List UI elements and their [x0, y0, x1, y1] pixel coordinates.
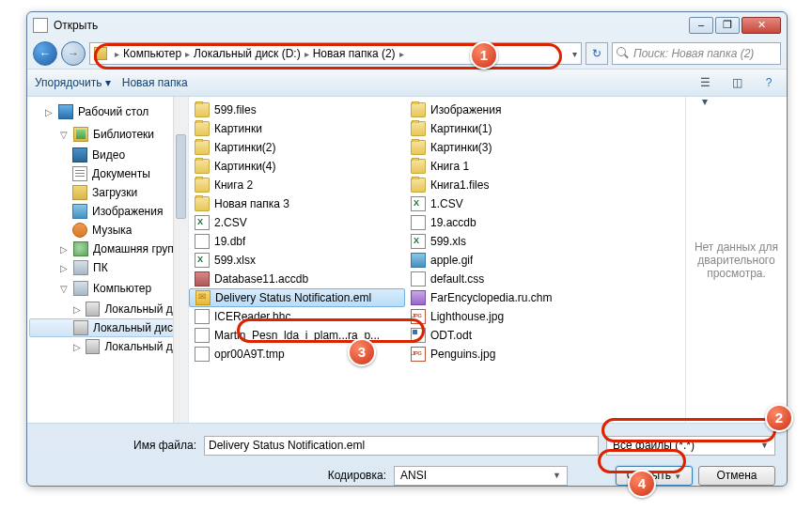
file-item[interactable]: Картинки	[189, 119, 405, 138]
nav-video[interactable]: Видео	[27, 146, 188, 164]
bottom-panel: Имя файла: Все файлы (*.*)▼ Кодировка: A…	[27, 424, 787, 501]
folder-icon	[195, 121, 210, 136]
nav-local-disk-3[interactable]: ▷Локальный дис...	[27, 337, 188, 356]
filetype-filter[interactable]: Все файлы (*.*)▼	[606, 436, 775, 456]
callout-3: 3	[348, 338, 376, 366]
view-options-button[interactable]: ☰ ▾	[695, 72, 715, 93]
nav-local-disk-2[interactable]: Локальный дис...	[29, 318, 186, 337]
search-icon	[617, 47, 630, 60]
file-item[interactable]: 19.accdb	[405, 213, 621, 232]
folder-icon	[411, 159, 426, 174]
computer-icon	[73, 281, 88, 296]
breadcrumb-folder[interactable]: Новая папка (2)	[313, 47, 396, 60]
callout-4: 4	[628, 470, 656, 498]
file-item[interactable]: Delivery Status Notification.eml	[189, 288, 405, 307]
encoding-select[interactable]: ANSI▼	[394, 466, 568, 486]
file-item[interactable]: 599.xls	[405, 232, 621, 251]
nav-images[interactable]: Изображения	[27, 202, 188, 221]
help-button[interactable]: ?	[758, 72, 779, 93]
video-icon	[72, 147, 87, 163]
nav-computer[interactable]: ▽Компьютер	[27, 277, 188, 300]
file-item[interactable]: 599.xlsx	[189, 251, 405, 270]
toolbar: Упорядочить ▾ Новая папка ☰ ▾ ◫ ?	[27, 69, 787, 97]
file-item[interactable]: Картинки(4)	[189, 157, 405, 176]
callout-1: 1	[470, 41, 498, 70]
file-item[interactable]: 2.CSV	[189, 213, 405, 232]
nav-scrollbar[interactable]	[173, 97, 188, 423]
app-icon	[33, 18, 48, 33]
homegroup-icon	[73, 241, 88, 256]
nav-bar: ← → ▸ Компьютер ▸ Локальный диск (D:) ▸ …	[27, 39, 787, 69]
nav-pane: ▷Рабочий стол ▽Библиотеки Видео Документ…	[27, 97, 189, 423]
folder-icon	[195, 102, 210, 117]
eml-icon	[195, 290, 211, 305]
file-item[interactable]: Картинки(2)	[189, 138, 405, 157]
nav-downloads[interactable]: Загрузки	[27, 183, 188, 202]
file-item[interactable]: Penguins.jpg	[405, 345, 621, 364]
refresh-button[interactable]: ↻	[586, 42, 608, 65]
file-item[interactable]: Картинки(1)	[405, 119, 621, 138]
new-folder-button[interactable]: Новая папка	[122, 76, 188, 89]
nav-desktop[interactable]: ▷Рабочий стол	[27, 101, 188, 123]
breadcrumb[interactable]: ▸ Компьютер ▸ Локальный диск (D:) ▸ Нова…	[89, 42, 582, 65]
nav-libraries[interactable]: ▽Библиотеки	[27, 123, 188, 146]
hdd-icon	[86, 302, 100, 317]
file-item[interactable]: ICEReader.hhc	[189, 307, 405, 326]
preview-pane-button[interactable]: ◫	[726, 72, 747, 93]
file-item[interactable]: 1.CSV	[405, 194, 621, 213]
hdd-icon	[73, 320, 88, 335]
file-list: 599.filesКартинкиКартинки(2)Картинки(4)К…	[189, 97, 685, 423]
downloads-icon	[72, 185, 87, 200]
file-item[interactable]: ODT.odt	[405, 326, 621, 345]
window-title: Открыть	[54, 19, 689, 32]
file-item[interactable]: Книга1.files	[405, 176, 621, 194]
back-button[interactable]: ←	[33, 41, 57, 66]
breadcrumb-drive[interactable]: Локальный диск (D:)	[194, 47, 301, 60]
cancel-button[interactable]: Отмена	[698, 466, 775, 486]
file-item[interactable]: Картинки(3)	[405, 138, 621, 157]
file-item[interactable]: FarEncyclopedia.ru.chm	[405, 288, 621, 307]
folder-icon	[195, 140, 210, 155]
hdd-icon	[86, 339, 100, 354]
file-item[interactable]: Database11.accdb	[189, 270, 405, 288]
nav-documents[interactable]: Документы	[27, 164, 188, 183]
library-icon	[73, 127, 88, 142]
file-item[interactable]: Lighthouse.jpg	[405, 307, 621, 326]
desktop-icon	[58, 104, 73, 119]
file-icon	[195, 234, 210, 249]
folder-icon	[195, 159, 210, 174]
folder-icon	[411, 140, 426, 155]
file-item[interactable]: 599.files	[189, 101, 405, 119]
folder-icon	[411, 178, 426, 193]
odt-icon	[411, 328, 426, 343]
folder-icon	[195, 178, 210, 193]
forward-button[interactable]: →	[61, 41, 86, 66]
folder-icon	[94, 47, 107, 60]
preview-pane: Нет данных для дварительного просмотра.	[685, 97, 787, 423]
nav-homegroup[interactable]: ▷Домашняя группа	[27, 240, 188, 258]
db-icon	[195, 271, 210, 286]
file-item[interactable]: Книга 2	[189, 176, 405, 194]
file-item[interactable]: Книга 1	[405, 157, 621, 176]
minimize-button[interactable]: –	[689, 17, 713, 34]
nav-pc[interactable]: ▷ПК	[27, 258, 188, 277]
file-item[interactable]: Martin_Pesn_lda_i_plam...ra_p...	[189, 326, 405, 345]
nav-local-disk-1[interactable]: ▷Локальный дис...	[27, 300, 188, 318]
xls-icon	[411, 234, 426, 249]
gif-icon	[411, 253, 426, 268]
file-item[interactable]: apple.gif	[405, 251, 621, 270]
file-item[interactable]: Новая папка 3	[189, 194, 405, 213]
file-item[interactable]: 19.dbf	[189, 232, 405, 251]
file-item[interactable]: default.css	[405, 270, 621, 288]
breadcrumb-computer[interactable]: Компьютер	[123, 47, 181, 60]
file-item[interactable]: Изображения	[405, 101, 621, 119]
css-icon	[411, 271, 426, 286]
organize-menu[interactable]: Упорядочить ▾	[35, 76, 111, 89]
encoding-label: Кодировка:	[39, 469, 386, 482]
search-input[interactable]: Поиск: Новая папка (2)	[612, 42, 781, 65]
filename-input[interactable]	[204, 436, 599, 456]
folder-icon	[411, 121, 426, 136]
nav-music[interactable]: Музыка	[27, 221, 188, 240]
maximize-button[interactable]: ❐	[715, 17, 740, 34]
close-button[interactable]: ✕	[742, 17, 781, 34]
